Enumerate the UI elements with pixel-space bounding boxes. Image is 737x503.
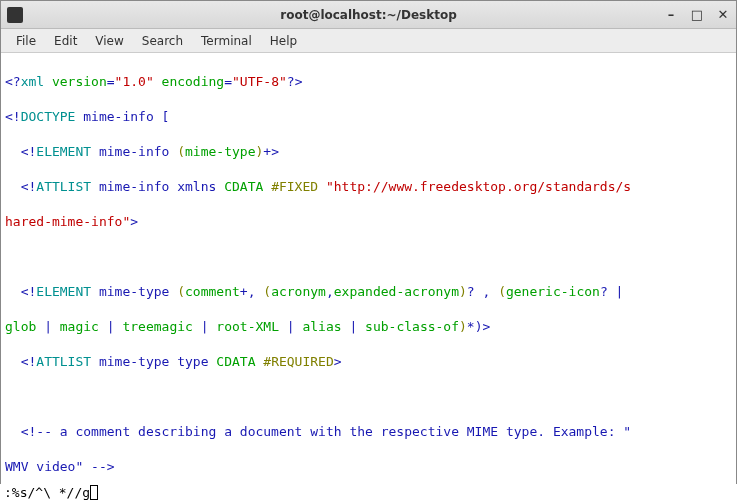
menu-view[interactable]: View	[86, 31, 132, 51]
menu-search[interactable]: Search	[133, 31, 192, 51]
close-button[interactable]: ✕	[714, 5, 732, 23]
maximize-button[interactable]: □	[688, 5, 706, 23]
terminal-content[interactable]: <?xml version="1.0" encoding="UTF-8"?> <…	[1, 53, 736, 503]
menu-terminal[interactable]: Terminal	[192, 31, 261, 51]
window-titlebar: root@localhost:~/Desktop – □ ✕	[1, 1, 736, 29]
menubar: File Edit View Search Terminal Help	[1, 29, 736, 53]
terminal-app-icon	[7, 7, 23, 23]
minimize-button[interactable]: –	[662, 5, 680, 23]
menu-file[interactable]: File	[7, 31, 45, 51]
window-controls: – □ ✕	[662, 5, 732, 23]
cursor-icon	[90, 485, 98, 500]
window-title: root@localhost:~/Desktop	[1, 8, 736, 22]
menu-help[interactable]: Help	[261, 31, 306, 51]
vim-command-line[interactable]: :%s/^\ *//g	[0, 484, 737, 503]
vim-command-text: :%s/^\ *//g	[4, 485, 90, 500]
menu-edit[interactable]: Edit	[45, 31, 86, 51]
